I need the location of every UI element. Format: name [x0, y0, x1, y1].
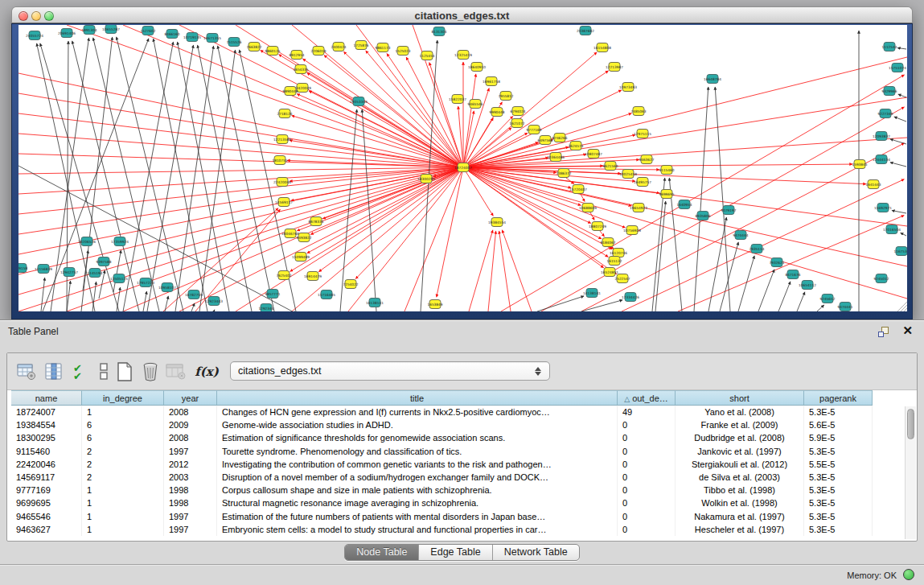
- table-cell: 5.9E-5: [804, 431, 873, 444]
- network-canvas[interactable]: 1232541918640910169617587955812158220379…: [18, 25, 907, 311]
- graph-node-label: 9329966: [881, 89, 897, 93]
- function-builder-icon[interactable]: f(x): [195, 360, 218, 383]
- table-selector-dropdown[interactable]: citations_edges.txt: [230, 361, 550, 381]
- table-cell: 19384554: [11, 418, 82, 431]
- table-row[interactable]: 1938455462009Genome-wide association stu…: [11, 418, 913, 431]
- table-row[interactable]: 1456911722003Disruption of a novel membe…: [11, 471, 913, 484]
- graph-edge: [458, 106, 463, 167]
- graph-node-label: 7386372: [556, 171, 571, 175]
- window-titlebar[interactable]: citations_edges.txt: [11, 6, 913, 23]
- scrollbar-thumb[interactable]: [907, 409, 914, 439]
- graph-edge: [18, 113, 463, 167]
- table-cell: de Silva et al. (2003): [676, 471, 804, 484]
- show-columns-icon[interactable]: [43, 360, 65, 383]
- table-panel: Table Panel ✕ ✔✔: [0, 319, 924, 585]
- table-cell: Genome-wide association studies in ADHD.: [217, 418, 618, 431]
- graph-node-label: 16154808: [593, 46, 611, 50]
- table-cell: Disruption of a novel member of a sodium…: [217, 471, 618, 484]
- graph-edge: [890, 163, 906, 167]
- tab-edge-table[interactable]: Edge Table: [419, 545, 492, 560]
- memory-indicator: [903, 569, 914, 580]
- table-cell: 18300295: [11, 431, 82, 444]
- graph-node-label: 17016504: [883, 228, 901, 232]
- table-settings-icon[interactable]: [15, 360, 38, 383]
- graph-node-label: 7254022: [343, 282, 358, 286]
- graph-edge: [123, 42, 173, 311]
- table-row[interactable]: 946362711997Embryonic stem cells: a mode…: [11, 523, 913, 536]
- node-table: namein_degreeyeartitle△out_de…shortpager…: [11, 390, 913, 540]
- table-cell: 5.3E-5: [804, 406, 873, 418]
- table-cell: 2: [82, 458, 164, 471]
- table-row[interactable]: 1872400712008Changes of HCN gene express…: [11, 406, 913, 418]
- table-cell: 5.3E-5: [804, 496, 873, 509]
- table-cell: 9699695: [11, 496, 82, 509]
- table-toolbar: ✔✔ f(x) citations_edges.txt: [7, 353, 917, 390]
- graph-edge: [797, 292, 805, 311]
- graph-edge: [199, 50, 236, 311]
- graph-node-label: 7932621: [769, 261, 784, 265]
- table-cell: 6: [82, 418, 164, 431]
- graph-edge: [165, 296, 168, 311]
- tab-node-table[interactable]: Node Table: [345, 545, 419, 560]
- graph-node-label: 19384554: [488, 220, 506, 225]
- table-row[interactable]: 977716911998Corpus callosum shape and si…: [11, 484, 913, 496]
- tab-network-table[interactable]: Network Table: [493, 545, 579, 560]
- graph-node-label: 18724007: [454, 166, 472, 170]
- column-header-in_degree[interactable]: in_degree: [82, 390, 164, 406]
- graph-node-label: 22420046: [273, 180, 291, 184]
- graph-edge: [463, 167, 617, 274]
- vertical-scrollbar[interactable]: [905, 406, 916, 539]
- select-rows-icon[interactable]: ✔✔: [70, 360, 92, 383]
- column-header-name[interactable]: name: [11, 390, 82, 406]
- table-row[interactable]: 911546021997Tourette syndrome. Phenomeno…: [11, 445, 913, 458]
- graph-node-label: 16524851: [601, 270, 618, 274]
- graph-node-label: 20206526: [78, 240, 96, 244]
- graph-edge: [537, 296, 584, 311]
- graph-node-label: 3624574: [568, 144, 583, 148]
- row-height-icon[interactable]: [92, 360, 115, 383]
- column-header-short[interactable]: short: [676, 390, 804, 406]
- new-table-icon[interactable]: [113, 360, 136, 383]
- table-cell: 18724007: [11, 406, 82, 418]
- graph-edge: [894, 117, 906, 122]
- table-body: 1872400712008Changes of HCN gene express…: [11, 406, 913, 536]
- graph-node-label: 2718126: [277, 112, 292, 116]
- graph-node-label: 9860125: [265, 49, 280, 53]
- table-row[interactable]: 1830029562008Estimation of significance …: [11, 431, 913, 444]
- graph-edge: [214, 310, 215, 311]
- graph-edge: [463, 138, 907, 167]
- table-row[interactable]: 969969511998Structural magnetic resonanc…: [11, 496, 913, 509]
- column-header-pagerank[interactable]: pagerank: [804, 390, 873, 406]
- graph-edge: [163, 208, 278, 311]
- graph-node-label: 1653849: [427, 303, 442, 307]
- citation-network-graph[interactable]: 1232541918640910169617587955812158220379…: [18, 25, 907, 311]
- graph-edge: [463, 167, 626, 228]
- table-cell: Stergiakouli et al. (2012): [676, 458, 804, 471]
- graph-edge: [758, 270, 774, 311]
- table-row[interactable]: 2242004622012Investigating the contribut…: [11, 458, 913, 471]
- graph-edge: [92, 282, 97, 311]
- table-browser: ✔✔ f(x) citations_edges.txt: [6, 352, 918, 542]
- graph-node-label: 7955812: [498, 94, 513, 98]
- window-title: citations_edges.txt: [12, 10, 912, 22]
- float-panel-icon[interactable]: [878, 327, 890, 338]
- graph-edge: [290, 140, 463, 167]
- graph-node-label: 1621072: [509, 122, 524, 126]
- table-cell: Yano et al. (2008): [676, 406, 804, 418]
- graph-edge: [694, 87, 708, 311]
- close-panel-icon[interactable]: ✕: [902, 324, 913, 336]
- table-row[interactable]: 946554611997Estimation of the future num…: [11, 510, 913, 523]
- column-header-year[interactable]: year: [164, 390, 217, 406]
- graph-node-label: 14138141: [583, 291, 601, 295]
- graph-node-label: 9493822: [296, 236, 311, 240]
- graph-node-label: 9746266: [552, 136, 567, 140]
- table-cell: 0: [618, 458, 676, 471]
- column-header-title[interactable]: title: [217, 390, 618, 406]
- table-cell: 2008: [164, 431, 217, 444]
- graph-edge: [18, 166, 296, 311]
- delete-table-icon[interactable]: [139, 360, 162, 383]
- graph-node-label: 9115460: [659, 168, 674, 172]
- table-cell: 9777169: [11, 484, 82, 496]
- table-cell: 9115460: [11, 445, 82, 458]
- column-header-out_de[interactable]: △out_de…: [618, 390, 676, 406]
